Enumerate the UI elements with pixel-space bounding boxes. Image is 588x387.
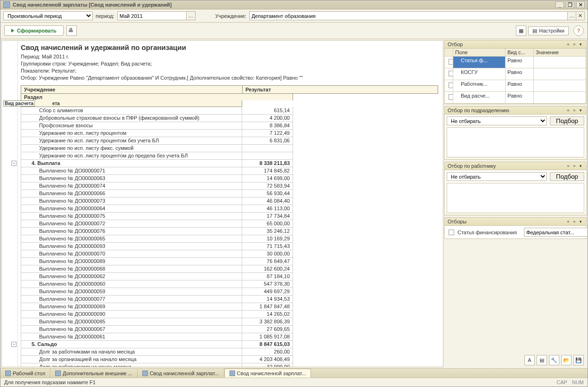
panel-right-button[interactable]: » xyxy=(572,219,577,224)
org-label: Учреждение: xyxy=(215,13,246,19)
panel-right-button[interactable]: » xyxy=(572,42,577,47)
subdiv-pick-button[interactable]: Подбор xyxy=(550,116,584,125)
filter-row-field[interactable]: Статья ф... xyxy=(453,57,506,68)
panel-left-button[interactable]: « xyxy=(565,219,571,224)
employee-pick-button[interactable]: Подбор xyxy=(550,172,584,181)
settings-button[interactable]: ▤ Настройки xyxy=(528,26,569,35)
status-cap: CAP xyxy=(556,379,567,385)
report-cell-value: 6 831,06 xyxy=(242,137,293,145)
filter-row-value[interactable] xyxy=(534,68,586,80)
filter-grid[interactable]: ПолеВид с...ЗначениеСтатья ф...РавноКОСГ… xyxy=(445,49,586,104)
report-cell-label: Выплачено № ДО00000068 xyxy=(21,265,242,273)
close-button[interactable]: ✕ xyxy=(576,1,585,8)
period-label: период: xyxy=(96,13,114,19)
window-tab[interactable]: Дополнительные внешние ... xyxy=(50,369,138,378)
filter-row-checkbox[interactable] xyxy=(445,68,453,80)
filter-row-checkbox[interactable] xyxy=(445,80,453,92)
org-dialog-button[interactable]: … xyxy=(568,11,576,20)
filter-row-cond[interactable]: Равно xyxy=(506,68,534,80)
org-field[interactable]: … ✕ xyxy=(249,11,585,20)
employee-panel: Отбор по работнику «»▾ Не отбирать Подбо… xyxy=(444,162,587,215)
subdiv-panel-label: Отбор по подразделению xyxy=(448,107,565,113)
filter-row-checkbox[interactable] xyxy=(445,57,453,68)
panel-down-button[interactable]: ▾ xyxy=(578,164,583,168)
filter-row-value[interactable] xyxy=(534,57,586,68)
panel-left-button[interactable]: « xyxy=(565,42,571,47)
report-cell-label: Выплачено № ДО00000064 xyxy=(21,205,242,213)
filter-row-field[interactable]: Работник... xyxy=(453,80,506,92)
fold-toggle[interactable] xyxy=(11,161,16,166)
window-tab-active[interactable]: Свод начисленной зарплат... xyxy=(224,369,311,378)
report-cell-value: 1 085 917,08 xyxy=(242,333,293,341)
report-cell-value: 3 382 806,39 xyxy=(242,318,293,326)
tab-icon xyxy=(5,371,11,376)
save-button[interactable]: 💾 xyxy=(573,355,584,365)
report-cell-label: Выплачено № ДО00000065 xyxy=(21,235,242,243)
subdiv-listbox[interactable] xyxy=(447,127,584,157)
report-cell-label: Выплачено № ДО00000077 xyxy=(21,296,242,303)
org-input[interactable] xyxy=(249,11,568,20)
report-scroll[interactable]: Свод начислений и удержаний по организац… xyxy=(2,41,443,367)
period-field[interactable]: ▾ xyxy=(117,11,183,20)
report-cell-value: 14 934,53 xyxy=(242,296,293,303)
report-cell-label: Выплачено № ДО00000063 xyxy=(21,175,242,182)
filter-row-checkbox[interactable] xyxy=(445,92,453,104)
employee-mode-select[interactable]: Не отбирать xyxy=(447,172,547,181)
fold-toggle[interactable] xyxy=(11,342,16,347)
filter-row-value[interactable] xyxy=(534,80,586,92)
panel-right-button[interactable]: » xyxy=(572,164,577,168)
open-button[interactable]: 📂 xyxy=(561,355,572,365)
panel-down-button[interactable]: ▾ xyxy=(578,219,583,224)
report-cell-value: 162 600,24 xyxy=(242,265,293,273)
minimize-button[interactable]: _ xyxy=(555,1,564,8)
panel-down-button[interactable]: ▾ xyxy=(578,108,583,113)
maximize-button[interactable]: ❐ xyxy=(566,1,574,8)
report-cell-value: 8 847 615,03 xyxy=(242,341,293,348)
filter-item-value-field[interactable]: … ✕ xyxy=(524,228,584,237)
font-button[interactable]: A xyxy=(524,355,535,365)
window-tab[interactable]: Рабочий стол xyxy=(0,369,50,378)
report-inner: Свод начислений и удержаний по организац… xyxy=(2,41,443,367)
wrench-button[interactable]: 🔧 xyxy=(549,355,559,365)
report-cell-value: 32 999,00 xyxy=(242,363,293,367)
report-cell-value: 14 699,00 xyxy=(242,175,293,182)
report-cell-value: 260,00 xyxy=(242,348,293,356)
period-mode-select[interactable]: Произвольный период xyxy=(3,11,93,20)
filter-row-cond[interactable]: Равно xyxy=(506,57,534,68)
report-cell-value: 1 847 847,48 xyxy=(242,303,293,311)
panel-down-button[interactable]: ▾ xyxy=(578,42,583,47)
filter-row-field[interactable]: Вид расче... xyxy=(453,92,506,104)
org-clear-button[interactable]: ✕ xyxy=(576,11,585,20)
print-button[interactable]: 🖶 xyxy=(66,25,77,36)
form-button[interactable]: Сформировать xyxy=(4,25,64,36)
window-tab[interactable]: Свод начисленной зарплат... xyxy=(138,369,224,378)
filter-row-value[interactable] xyxy=(534,92,586,104)
panel-left-button[interactable]: « xyxy=(565,164,571,168)
filter-item-value-input[interactable] xyxy=(524,228,587,237)
report-cell-label: Выплачено № ДО00000093 xyxy=(21,243,242,250)
filter-row-cond[interactable]: Равно xyxy=(506,92,534,104)
employee-panel-title: Отбор по работнику «»▾ xyxy=(445,162,586,170)
header-col-institution: Учреждение xyxy=(21,86,243,93)
sub3-dropdown-label[interactable]: Вид расчета xyxy=(3,100,35,107)
employee-listbox[interactable] xyxy=(447,183,584,213)
panel-left-button[interactable]: « xyxy=(565,108,571,113)
main-window: Свод начисленной зарплаты [Свод начислен… xyxy=(0,0,588,387)
filter-row-cond[interactable]: Равно xyxy=(506,80,534,92)
subdiv-mode-select[interactable]: Не отбирать xyxy=(447,116,547,125)
report-cell-value: 615,14 xyxy=(242,107,293,115)
filter-row-field[interactable]: КОСГУ xyxy=(453,68,506,80)
status-num: NUM xyxy=(572,379,584,385)
report-cell-label: Удержание по исп. листу процентом xyxy=(21,130,242,137)
report-cell-value: 46 113,00 xyxy=(242,205,293,213)
table-view-button[interactable]: ▦ xyxy=(516,25,526,36)
filter-item-checkbox[interactable] xyxy=(449,230,454,235)
report-cell-value: 4 200,00 xyxy=(242,115,293,122)
help-button[interactable]: ? xyxy=(573,25,584,36)
period-dialog-button[interactable]: … xyxy=(186,11,196,20)
layout-button[interactable]: ▤ xyxy=(537,355,547,365)
report-cell-value: 46 084,40 xyxy=(242,198,293,205)
panel-right-button[interactable]: » xyxy=(572,108,577,113)
report-cell-label: Удержание по исп. листу фикс. суммой xyxy=(21,145,242,152)
period-input[interactable] xyxy=(117,11,187,20)
